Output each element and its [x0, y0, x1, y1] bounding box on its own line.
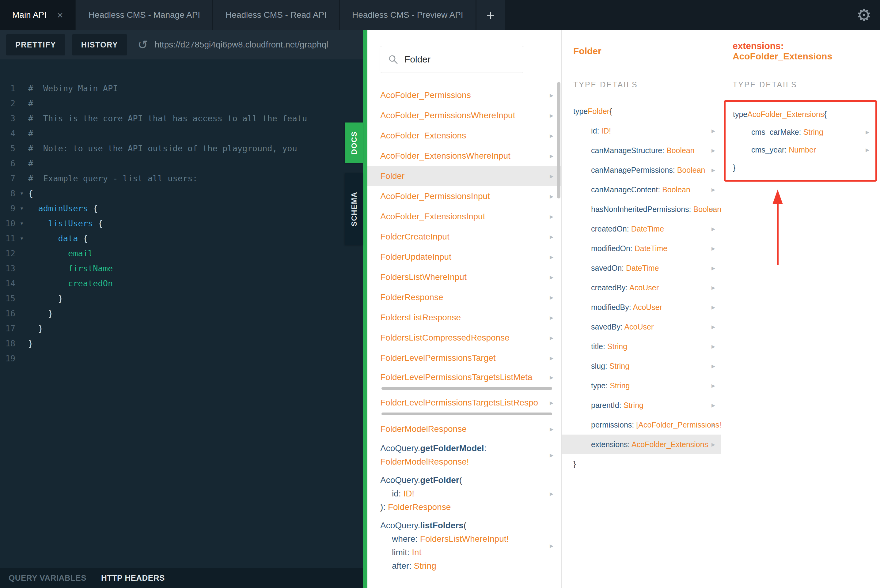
- field-name: canManagePermissions:: [591, 166, 675, 174]
- field-row[interactable]: modifiedOn: DateTime ▸: [562, 238, 721, 258]
- panel-title: Folder: [573, 46, 601, 56]
- tab-bar: Main API × Headless CMS - Manage API × H…: [0, 0, 880, 30]
- field-row[interactable]: canManagePermissions: Boolean ▸: [562, 160, 721, 180]
- add-tab-button[interactable]: +: [476, 0, 505, 30]
- query-editor[interactable]: 1 ▾ # Webiny Main API 2 ▾ # 3 ▾ # This i…: [0, 59, 363, 568]
- prettify-button[interactable]: PRETTIFY: [6, 34, 65, 56]
- field-text: extensions: AcoFolder_Extensions: [591, 436, 709, 453]
- api-tab[interactable]: Headless CMS - Read API ×: [213, 0, 339, 30]
- schema-tab[interactable]: SCHEMA: [345, 173, 363, 245]
- line-number: 9: [0, 201, 15, 216]
- field-type: DateTime: [631, 225, 664, 233]
- horizontal-scrollbar[interactable]: [381, 387, 552, 390]
- search-result-item[interactable]: FoldersListCompressedResponse ▸: [367, 328, 561, 348]
- search-result-item[interactable]: FolderLevelPermissionsTargetsListMeta ▸: [367, 368, 561, 393]
- search-result-item[interactable]: FoldersListResponse ▸: [367, 308, 561, 328]
- http-headers-tab[interactable]: HTTP HEADERS: [101, 573, 165, 583]
- fold-arrow-icon[interactable]: ▾: [15, 201, 28, 216]
- docs-divider[interactable]: [363, 30, 367, 588]
- settings-gear-icon[interactable]: ⚙: [857, 7, 871, 23]
- field-row[interactable]: title: String ▸: [562, 337, 721, 356]
- search-result-item[interactable]: FolderLevelPermissionsTarget ▸: [367, 348, 561, 368]
- search-result-item[interactable]: FolderCreateInput ▸: [367, 226, 561, 247]
- graphql-playground: Main API × Headless CMS - Manage API × H…: [0, 0, 880, 588]
- result-line: AcoQuery.getFolder(: [380, 474, 547, 487]
- search-result-item[interactable]: AcoFolder_PermissionsWhereInput ▸: [367, 105, 561, 126]
- chevron-right-icon: ▸: [550, 91, 553, 99]
- field-type: DateTime: [635, 244, 667, 253]
- field-row[interactable]: canManageStructure: Boolean ▸: [562, 141, 721, 160]
- field-type: Number: [789, 146, 816, 154]
- chevron-right-icon: ▸: [550, 253, 553, 261]
- panel-header: Folder: [562, 30, 721, 72]
- fold-arrow-icon[interactable]: ▾: [15, 216, 28, 231]
- reload-schema-icon[interactable]: ↺: [138, 39, 148, 51]
- history-button[interactable]: HISTORY: [72, 34, 127, 56]
- search-result-item[interactable]: FolderUpdateInput ▸: [367, 247, 561, 267]
- search-input[interactable]: [404, 54, 524, 64]
- result-text: AcoFolder_ExtensionsWhereInput: [380, 147, 547, 165]
- tab-label: Headless CMS - Preview API: [352, 10, 463, 20]
- search-result-item[interactable]: AcoQuery.getFolderModel: FolderModelResp…: [367, 439, 561, 471]
- horizontal-scrollbar[interactable]: [381, 412, 552, 415]
- field-type: String: [607, 342, 627, 351]
- field-row[interactable]: hasNonInheritedPermissions: Boolean ▸: [562, 200, 721, 219]
- line-number: 7: [0, 171, 15, 186]
- field-row[interactable]: modifiedBy: AcoUser ▸: [562, 297, 721, 317]
- query-variables-tab[interactable]: QUERY VARIABLES: [9, 573, 86, 583]
- search-box[interactable]: [380, 46, 524, 73]
- field-row[interactable]: createdOn: DateTime ▸: [562, 219, 721, 238]
- search-result-item[interactable]: FolderModelResponse ▸: [367, 419, 561, 439]
- editor-line: 17 ▾ }: [0, 321, 363, 336]
- field-row[interactable]: canManageContent: Boolean ▸: [562, 180, 721, 200]
- search-result-item[interactable]: FolderResponse ▸: [367, 287, 561, 308]
- api-tab[interactable]: Headless CMS - Manage API ×: [76, 0, 212, 30]
- api-tab[interactable]: Main API ×: [0, 0, 75, 30]
- field-row[interactable]: extensions: AcoFolder_Extensions ▸: [562, 435, 721, 454]
- field-text: id: ID!: [591, 122, 709, 140]
- field-row[interactable]: type: String ▸: [562, 376, 721, 395]
- vertical-scrollbar[interactable]: [557, 82, 560, 198]
- search-result-item[interactable]: FolderLevelPermissionsTargetsListRespo ▸: [367, 393, 561, 419]
- field-text: parentId: String: [591, 397, 709, 414]
- field-row[interactable]: cms_carMake: String ▸: [725, 123, 875, 141]
- field-type: AcoUser: [633, 303, 662, 312]
- search-result-item[interactable]: AcoFolder_ExtensionsWhereInput ▸: [367, 146, 561, 166]
- tab-label: Main API: [12, 10, 47, 20]
- api-tab[interactable]: Headless CMS - Preview API ×: [340, 0, 476, 30]
- field-row[interactable]: permissions: [AcoFolder_Permissions!] ▸: [562, 415, 721, 435]
- field-row[interactable]: id: ID! ▸: [562, 121, 721, 141]
- code-text: #: [28, 126, 33, 141]
- code-text: }: [28, 321, 43, 336]
- field-row[interactable]: createdBy: AcoUser ▸: [562, 278, 721, 297]
- fold-arrow-icon[interactable]: ▾: [15, 231, 28, 246]
- result-text: FoldersListCompressedResponse: [380, 328, 547, 347]
- field-text: cms_carMake: String: [751, 123, 862, 141]
- search-result-item[interactable]: FoldersListWhereInput ▸: [367, 267, 561, 287]
- search-result-item[interactable]: AcoFolder_ExtensionsInput ▸: [367, 206, 561, 226]
- search-result-item[interactable]: AcoQuery.getFolder( id: ID! ): FolderRes…: [367, 471, 561, 516]
- chevron-right-icon: ▸: [712, 342, 715, 351]
- field-type: String: [610, 362, 629, 370]
- field-row[interactable]: slug: String ▸: [562, 356, 721, 376]
- chevron-right-icon: ▸: [550, 398, 553, 407]
- search-result-item[interactable]: AcoFolder_Extensions ▸: [367, 126, 561, 146]
- endpoint-url[interactable]: https://d2785gi4qi6pw8.cloudfront.net/gr…: [155, 40, 329, 50]
- search-result-item[interactable]: AcoFolder_PermissionsInput ▸: [367, 186, 561, 206]
- editor-line: 14 ▾ createdOn: [0, 276, 363, 291]
- field-row[interactable]: parentId: String ▸: [562, 395, 721, 415]
- field-row[interactable]: cms_year: Number ▸: [725, 141, 875, 159]
- field-row[interactable]: savedBy: AcoUser ▸: [562, 317, 721, 337]
- type-open-line: type Folder {: [562, 101, 721, 121]
- close-icon[interactable]: ×: [57, 10, 63, 20]
- chevron-right-icon: ▸: [712, 244, 715, 253]
- chevron-right-icon: ▸: [550, 111, 553, 120]
- chevron-right-icon: ▸: [550, 313, 553, 322]
- field-row[interactable]: savedOn: DateTime ▸: [562, 258, 721, 278]
- search-result-item[interactable]: AcoFolder_Permissions ▸: [367, 85, 561, 105]
- search-result-item[interactable]: AcoQuery.listFolders( where: FoldersList…: [367, 516, 561, 575]
- docs-tab[interactable]: DOCS: [345, 123, 363, 163]
- fold-arrow-icon[interactable]: ▾: [15, 186, 28, 201]
- type-definition: type Folder { id: ID! ▸ canManageStructu…: [562, 101, 721, 474]
- search-result-item[interactable]: Folder ▸: [367, 166, 561, 186]
